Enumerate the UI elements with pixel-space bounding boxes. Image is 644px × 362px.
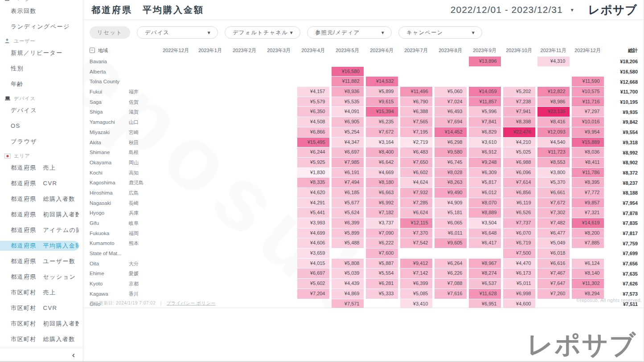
sidebar-item[interactable]: 都道府県 平均購入金額 — [0, 241, 79, 251]
heatmap-cell: ¥7,772 — [570, 188, 605, 198]
sidebar-item[interactable]: 市区町村 総購入者数 — [0, 334, 79, 344]
heatmap-cell — [159, 259, 193, 269]
heatmap-cell: ¥7,285 — [399, 198, 433, 208]
heatmap-cell: ¥8,416 — [536, 117, 570, 127]
heatmap-cell-value: ¥7,565 — [400, 117, 432, 127]
sidebar-item[interactable]: 都道府県 アイテムの購入数 — [0, 225, 79, 235]
heatmap-cell-value: ¥5,996 — [469, 107, 501, 117]
sidebar-collapse-button[interactable]: ‹ — [0, 348, 83, 361]
privacy-policy-link[interactable]: プライバシー ポリシー — [166, 300, 215, 306]
filter-dropdown[interactable]: 参照元/メディア▼ — [307, 26, 392, 39]
filter-dropdown[interactable]: キャンペーン▼ — [398, 26, 482, 39]
heatmap-cell-value: ¥6,661 — [537, 188, 570, 198]
row-total: ¥10,195 — [605, 99, 639, 105]
sidebar-item[interactable]: ブラウザ — [0, 137, 79, 146]
main-area: 都道府県 平均購入金額 2022/12/01 - 2023/12/31 ▼ レポ… — [83, 0, 644, 361]
heatmap-cell — [193, 178, 227, 188]
filter-dropdown[interactable]: デフォルトチャネル▼ — [225, 26, 300, 39]
heatmap-cell — [227, 198, 262, 208]
heatmap-cell-value: ¥4,439 — [332, 279, 364, 289]
sidebar-item[interactable]: 都道府県 セッション — [0, 272, 79, 282]
reset-button[interactable]: リセット — [90, 26, 130, 39]
chevron-left-icon: ‹ — [72, 350, 75, 360]
heatmap-cell-value: ¥14,059 — [469, 87, 501, 97]
heatmap-cell-value: ¥7,772 — [572, 188, 604, 198]
heatmap-cell: ¥8,263 — [433, 178, 468, 188]
sidebar-item[interactable]: 市区町村 CVR — [0, 303, 79, 313]
heatmap-cell — [159, 268, 193, 279]
sidebar-item[interactable]: 表示回数 — [0, 6, 79, 16]
sidebar-item[interactable]: デバイス — [0, 106, 79, 115]
month-column-header: 2023年1月 — [193, 47, 227, 54]
filter-dropdown-label: キャンペーン — [406, 29, 443, 37]
sidebar-item[interactable]: 都道府県 初回購入者数 — [0, 210, 79, 220]
sidebar-item[interactable]: 市区町村 初回購入者数 — [0, 319, 79, 329]
table-row: Shiga滋賀¥6,350¥4,091¥15,394¥6,388¥6,493¥5… — [90, 107, 644, 117]
heatmap-cell — [433, 57, 468, 67]
sidebar-item[interactable]: 新規／リピーター — [0, 48, 79, 58]
heatmap-cell — [296, 77, 330, 87]
sidebar-section-label: エリア — [14, 153, 30, 159]
sidebar-item[interactable]: 都道府県 売上 — [0, 163, 79, 173]
region-name-en: Hiroshima — [90, 188, 129, 198]
row-total: ¥9,842 — [605, 119, 639, 125]
heatmap-cell: ¥6,648 — [468, 228, 502, 239]
heatmap-cell-value: ¥5,333 — [366, 289, 398, 299]
sidebar-item[interactable]: 都道府県 総購入者数 — [0, 194, 79, 204]
heatmap-cell-value: ¥4,600 — [503, 299, 535, 309]
collapse-minus-icon[interactable]: − — [90, 48, 95, 53]
heatmap-cell: ¥6,244 — [296, 147, 330, 158]
heatmap-cell: ¥5,370 — [536, 178, 570, 188]
heatmap-cell: ¥8,180 — [365, 178, 399, 188]
heatmap-cell-value: ¥8,036 — [572, 147, 604, 157]
heatmap-cell: ¥6,526 — [502, 208, 536, 218]
heatmap-cell — [193, 127, 227, 138]
heatmap-cell: ¥6,790 — [399, 97, 433, 107]
heatmap-cell-value: ¥6,264 — [435, 259, 467, 268]
heatmap-cell: ¥7,941 — [502, 107, 536, 117]
sidebar-item[interactable]: ランディングページ — [0, 22, 79, 32]
heatmap-cell — [193, 268, 227, 279]
heatmap-cell — [193, 188, 227, 198]
heatmap-cell — [227, 279, 262, 289]
heatmap-cell: ¥9,615 — [365, 97, 399, 107]
heatmap-cell: ¥11,882 — [330, 77, 365, 87]
heatmap-cell: ¥4,699 — [296, 228, 330, 239]
sidebar-item[interactable]: 都道府県 ユーザー数 — [0, 256, 79, 266]
heatmap-cell-value: ¥6,185 — [332, 188, 364, 198]
heatmap-cell — [502, 57, 536, 67]
device-icon — [4, 96, 11, 101]
heatmap-cell-value: ¥5,677 — [332, 198, 364, 208]
heatmap-cell — [536, 77, 570, 87]
heatmap-cell: ¥8,335 — [296, 178, 330, 188]
region-header: − 地域 — [90, 47, 159, 54]
heatmap-cell: ¥6,642 — [365, 158, 399, 168]
sidebar-item[interactable]: 性別 — [0, 64, 79, 73]
heatmap-cell: ¥11,628 — [468, 289, 502, 299]
sidebar-item[interactable]: 都道府県 CVR — [0, 179, 79, 188]
heatmap-cell — [262, 158, 296, 168]
app-root: ページ表示回数ランディングページユーザー新規／リピーター性別年齢デバイスデバイス… — [0, 0, 644, 362]
heatmap-cell: ¥6,719 — [502, 238, 536, 248]
heatmap-cell-value: ¥8,889 — [469, 208, 501, 218]
heatmap-cell-value: ¥5,554 — [366, 268, 398, 278]
heatmap-cell — [570, 67, 605, 77]
sidebar-item[interactable]: OS — [0, 121, 79, 131]
heatmap-cell-value: ¥6,905 — [332, 117, 364, 127]
row-total: ¥7,635 — [605, 271, 639, 277]
region-name-en: Kagoshima — [90, 178, 129, 188]
date-range-picker[interactable]: 2022/12/01 - 2023/12/31 ▼ — [451, 4, 575, 15]
region-name-en: Hyogo — [90, 208, 129, 218]
heatmap-cell: ¥5,887 — [365, 259, 399, 269]
sidebar-item[interactable]: 年齢 — [0, 79, 79, 89]
heatmap-cell: ¥5,181 — [433, 208, 468, 218]
heatmap-cell-value: ¥5,579 — [297, 97, 329, 107]
region-name-en: Saga — [90, 97, 129, 107]
heatmap-cell: ¥7,542 — [399, 238, 433, 248]
heatmap-cell-value: ¥6,697 — [297, 268, 329, 278]
heatmap-cell: ¥6,235 — [365, 117, 399, 127]
sidebar-item[interactable]: 市区町村 売上 — [0, 288, 79, 297]
filter-dropdown[interactable]: デバイス▼ — [137, 26, 218, 39]
heatmap-cell — [159, 238, 193, 248]
heatmap-cell — [193, 218, 227, 228]
